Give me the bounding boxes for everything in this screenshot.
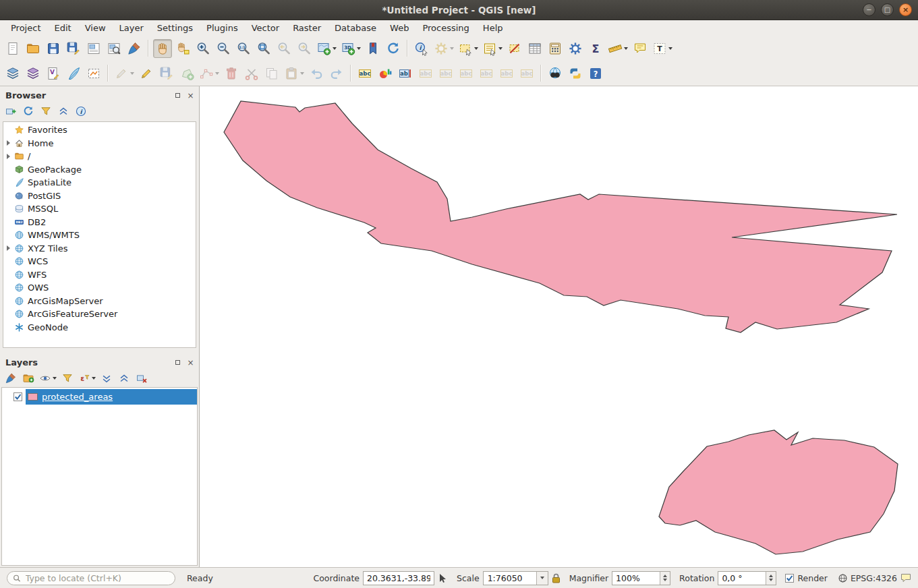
new-temporary-scratch-layer-button[interactable] bbox=[84, 64, 103, 83]
rotate-label-button[interactable]: abc bbox=[497, 64, 516, 83]
dropdown-arrow-icon[interactable] bbox=[130, 72, 134, 75]
open-project-button[interactable] bbox=[24, 39, 42, 58]
dropdown-arrow-icon[interactable] bbox=[53, 377, 57, 380]
messages-icon[interactable] bbox=[900, 572, 911, 583]
collapse-all-layers-button[interactable] bbox=[116, 370, 132, 386]
current-edits-button[interactable] bbox=[113, 64, 136, 83]
browser-item-spatialite[interactable]: SpatiaLite bbox=[3, 176, 196, 189]
dropdown-arrow-icon[interactable] bbox=[215, 72, 219, 75]
pan-to-selection-button[interactable] bbox=[173, 39, 192, 58]
new-project-button[interactable] bbox=[3, 39, 22, 58]
add-selected-layers-button[interactable] bbox=[3, 103, 19, 119]
layers-float-button[interactable] bbox=[173, 358, 182, 367]
browser-item-geonode[interactable]: GeoNode bbox=[3, 321, 196, 334]
run-feature-action-button[interactable] bbox=[432, 39, 455, 58]
rotation-input[interactable] bbox=[718, 573, 766, 583]
layers-close-button[interactable]: × bbox=[186, 358, 195, 367]
refresh-browser-button[interactable] bbox=[20, 103, 36, 119]
save-layer-edits-button[interactable] bbox=[157, 64, 176, 83]
zoom-native-button[interactable]: 1:1 bbox=[234, 39, 253, 58]
save-project-button[interactable] bbox=[44, 39, 63, 58]
change-label-properties-button[interactable]: abc bbox=[517, 64, 536, 83]
copy-features-button[interactable] bbox=[262, 64, 281, 83]
menu-project[interactable]: Project bbox=[4, 22, 47, 34]
processing-toolbox-button[interactable] bbox=[566, 39, 585, 58]
coordinate-extent-toggle-icon[interactable] bbox=[438, 573, 448, 583]
browser-item-arcgisfeatureserver[interactable]: ArcGisFeatureServer bbox=[3, 307, 196, 321]
show-bookmarks-button[interactable] bbox=[364, 39, 382, 58]
menu-vector[interactable]: Vector bbox=[245, 22, 286, 34]
refresh-map-button[interactable] bbox=[384, 39, 403, 58]
expand-all-layers-button[interactable] bbox=[98, 370, 115, 386]
cut-features-button[interactable] bbox=[242, 64, 261, 83]
redo-button[interactable] bbox=[327, 64, 346, 83]
dropdown-arrow-icon[interactable] bbox=[92, 377, 96, 380]
move-label-button[interactable]: abc bbox=[477, 64, 496, 83]
expander-icon[interactable] bbox=[3, 140, 13, 146]
osm-place-search-button[interactable] bbox=[546, 64, 565, 83]
menu-layer[interactable]: Layer bbox=[113, 22, 150, 34]
vertex-tool-button[interactable] bbox=[198, 64, 221, 83]
select-features-button[interactable] bbox=[457, 39, 480, 58]
open-data-source-manager-button[interactable] bbox=[3, 64, 22, 83]
new-print-layout-button[interactable] bbox=[84, 39, 103, 58]
close-button[interactable]: × bbox=[899, 3, 912, 16]
browser-item-geopackage[interactable]: GeoPackage bbox=[3, 163, 196, 177]
add-group-button[interactable] bbox=[20, 370, 36, 386]
menu-processing[interactable]: Processing bbox=[415, 22, 476, 34]
map-tips-button[interactable] bbox=[631, 39, 650, 58]
pin-unpin-labels-button[interactable]: abc bbox=[436, 64, 455, 83]
magnifier-spinbox[interactable] bbox=[612, 571, 670, 585]
minimize-button[interactable]: − bbox=[863, 3, 876, 16]
zoom-last-button[interactable] bbox=[275, 39, 293, 58]
menu-plugins[interactable]: Plugins bbox=[200, 22, 245, 34]
layer-visibility-checkbox[interactable] bbox=[13, 392, 22, 401]
dropdown-arrow-icon[interactable] bbox=[474, 47, 478, 50]
browser-item-db2[interactable]: DB2DB2 bbox=[3, 216, 196, 229]
dropdown-arrow-icon[interactable] bbox=[357, 47, 361, 50]
browser-item-postgis[interactable]: PostGIS bbox=[3, 189, 196, 203]
undo-button[interactable] bbox=[307, 64, 326, 83]
delete-selected-button[interactable] bbox=[222, 64, 241, 83]
dropdown-arrow-icon[interactable] bbox=[668, 47, 672, 50]
new-shapefile-layer-button[interactable]: V bbox=[44, 64, 63, 83]
add-wms-layer-button[interactable] bbox=[24, 64, 42, 83]
enable-disable-properties-button[interactable]: i bbox=[73, 103, 89, 119]
collapse-all-browser-button[interactable] bbox=[55, 103, 71, 119]
dropdown-arrow-icon[interactable] bbox=[333, 47, 337, 50]
maximize-button[interactable]: □ bbox=[881, 3, 894, 16]
labeling-rules-button[interactable]: ab bbox=[396, 64, 415, 83]
python-console-button[interactable] bbox=[566, 64, 585, 83]
menu-view[interactable]: View bbox=[78, 22, 113, 34]
deselect-all-button[interactable] bbox=[505, 39, 524, 58]
new-annotation-button[interactable]: T bbox=[651, 39, 674, 58]
spin-arrows-icon[interactable] bbox=[660, 572, 670, 585]
browser-float-button[interactable] bbox=[173, 91, 182, 100]
layer-labeling-options-button[interactable]: abc bbox=[355, 64, 374, 83]
open-attribute-table-button[interactable] bbox=[525, 39, 544, 58]
magnifier-input[interactable] bbox=[612, 573, 660, 583]
browser-item-xyz-tiles[interactable]: XYZ Tiles bbox=[3, 242, 196, 256]
style-manager-button[interactable] bbox=[125, 39, 144, 58]
zoom-in-button[interactable] bbox=[194, 39, 212, 58]
dropdown-arrow-icon[interactable] bbox=[498, 47, 503, 50]
dropdown-arrow-icon[interactable] bbox=[624, 47, 628, 50]
menu-raster[interactable]: Raster bbox=[286, 22, 328, 34]
filter-legend-button[interactable] bbox=[59, 370, 76, 386]
rotation-spinbox[interactable] bbox=[718, 571, 776, 585]
menu-web[interactable]: Web bbox=[383, 22, 415, 34]
render-checkbox[interactable] bbox=[785, 574, 794, 583]
browser-item-home[interactable]: Home bbox=[3, 137, 196, 150]
highlight-pinned-labels-button[interactable]: abc bbox=[416, 64, 435, 83]
show-statistics-button[interactable]: Σ bbox=[586, 39, 605, 58]
show-layout-manager-button[interactable] bbox=[105, 39, 123, 58]
toggle-editing-button[interactable] bbox=[137, 64, 156, 83]
new-spatialite-layer-button[interactable] bbox=[64, 64, 83, 83]
map-canvas[interactable] bbox=[200, 86, 918, 567]
browser-item-mssql[interactable]: MSSQL bbox=[3, 202, 196, 216]
paste-features-button[interactable] bbox=[283, 64, 306, 83]
filter-browser-button[interactable] bbox=[38, 103, 54, 119]
coordinate-input[interactable] bbox=[363, 571, 434, 585]
expander-icon[interactable] bbox=[3, 245, 13, 251]
dropdown-arrow-icon[interactable] bbox=[450, 47, 454, 50]
